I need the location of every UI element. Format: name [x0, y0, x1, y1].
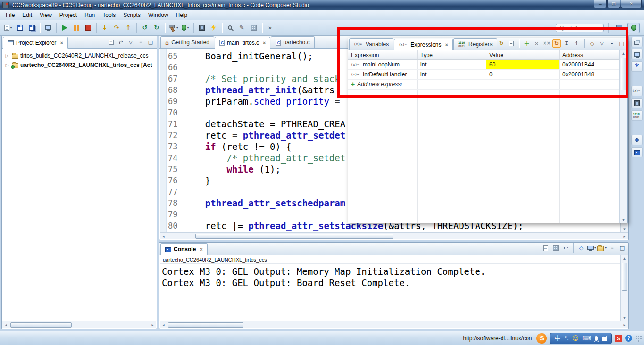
suspend-button[interactable] — [71, 22, 82, 33]
watch-button[interactable]: ◇ — [588, 39, 596, 48]
display-console-button[interactable]: ▾ — [587, 244, 596, 252]
search-button[interactable] — [225, 22, 236, 33]
tab-main-tirtos-c[interactable]: main_tirtos.c× — [215, 37, 270, 49]
scroll-thumb[interactable] — [621, 58, 626, 90]
expander-icon[interactable]: ▷ — [4, 63, 10, 67]
save-button[interactable] — [14, 22, 25, 33]
console-hscrollbar[interactable]: ◂ ▸ — [160, 321, 628, 328]
registers-view-button[interactable] — [631, 110, 643, 121]
menu-edit[interactable]: Edit — [18, 11, 36, 19]
scroll-up-icon[interactable]: ▲ — [620, 50, 627, 57]
memory-grid-button[interactable] — [248, 22, 259, 33]
add-expression-button[interactable]: + — [523, 39, 531, 48]
scroll-down-icon[interactable]: ▼ — [621, 226, 628, 232]
maximize-window-button[interactable]: □ — [607, 0, 620, 8]
minimize-button[interactable]: – — [136, 38, 145, 46]
open-console-button[interactable]: ▾ — [597, 244, 607, 252]
scroll-thumb[interactable] — [10, 322, 72, 328]
dropdown-icon[interactable]: ▾ — [176, 26, 178, 30]
scroll-thumb[interactable] — [622, 263, 627, 291]
continuous-refresh-button[interactable]: ↻ — [552, 39, 561, 48]
new-target-config-button[interactable] — [196, 22, 208, 33]
debug-button[interactable]: ▾ — [180, 22, 191, 33]
breakpoints-view-button[interactable] — [631, 135, 643, 145]
column-header-address[interactable]: Address — [560, 50, 620, 59]
maximize-button[interactable]: □ — [146, 38, 155, 46]
view-tab-variables[interactable]: Variables — [349, 38, 393, 50]
scripting-console-view-button[interactable] — [631, 147, 643, 157]
column-header-value[interactable]: Value — [486, 50, 560, 59]
flash-button[interactable] — [208, 22, 219, 33]
minimize-button[interactable]: – — [608, 244, 617, 252]
ime-punct-icon[interactable]: °, — [564, 336, 568, 341]
clear-console-button[interactable] — [542, 244, 550, 252]
scroll-left-icon[interactable]: ◂ — [2, 323, 9, 327]
menu-scripts[interactable]: Scripts — [119, 11, 144, 19]
save-all-button[interactable] — [26, 22, 37, 33]
menu-project[interactable]: Project — [56, 11, 81, 19]
show-view-button[interactable] — [631, 49, 643, 59]
scroll-thumb[interactable] — [168, 322, 243, 328]
step-over-button[interactable]: ↷ — [111, 22, 122, 33]
terminate-button[interactable] — [83, 22, 94, 33]
build-button[interactable]: ▾ — [167, 22, 179, 33]
emoji-icon[interactable]: ☺ — [572, 335, 579, 341]
menu-run[interactable]: Run — [81, 11, 99, 19]
pin-console-button[interactable]: ◇ — [577, 244, 585, 252]
column-header-type[interactable]: Type — [418, 50, 486, 59]
sogou-logo-icon[interactable]: S — [536, 333, 547, 344]
scroll-right-icon[interactable]: ▸ — [149, 323, 156, 327]
expander-icon[interactable]: ▷ — [4, 53, 10, 58]
export-button[interactable]: ↥ — [572, 39, 581, 48]
dropdown-icon[interactable]: ▾ — [594, 246, 596, 250]
quick-access-button[interactable]: Quick Access — [556, 24, 604, 32]
expression-row[interactable]: mainLoopNumint600x20001B44 — [348, 60, 619, 70]
scroll-right-icon[interactable]: ▸ — [621, 323, 628, 327]
word-wrap-button[interactable]: ↩ — [561, 244, 570, 252]
edit-source-button[interactable]: ✎ — [236, 22, 248, 33]
project-tree-item[interactable]: ▷tirtos_builds_CC2640R2_LAUNCHXL_release… — [2, 51, 156, 60]
add-new-expression-row[interactable]: +Add new expressi — [348, 80, 619, 90]
console-output[interactable]: Cortex_M3_0: GEL Output: Memory Map Init… — [160, 264, 620, 321]
editor-hscrollbar[interactable]: ◂ ▸ — [160, 232, 628, 239]
view-tab-expressions[interactable]: Expressions× — [394, 39, 453, 50]
mic-icon[interactable] — [595, 336, 598, 341]
view-menu-button[interactable]: ▽ — [598, 39, 606, 48]
sogou-badge-icon[interactable]: S — [615, 335, 622, 342]
tab-getting-started[interactable]: ⌂Getting Started — [160, 36, 214, 48]
maximize-button[interactable]: □ — [618, 244, 627, 252]
menu-window[interactable]: Window — [144, 11, 172, 19]
toolbox-icon[interactable] — [602, 336, 607, 341]
restart-button[interactable]: ↺ — [139, 22, 151, 33]
collapse-all-button[interactable] — [507, 39, 516, 48]
remove-expression-button[interactable]: × — [533, 39, 541, 48]
expressions-vscrollbar[interactable]: ▲ ▼ — [619, 50, 627, 223]
resize-grip[interactable] — [635, 335, 642, 342]
step-return-button[interactable]: ↑ — [123, 22, 134, 33]
menu-tools[interactable]: Tools — [99, 11, 119, 19]
memory-view-button[interactable] — [631, 98, 643, 108]
new-button[interactable]: ▾ — [2, 22, 14, 33]
menu-file[interactable]: File — [2, 11, 18, 19]
tab-uartecho-c[interactable]: uartecho.c — [271, 36, 314, 48]
tab-console[interactable]: Console × — [160, 243, 208, 255]
close-tab-icon[interactable]: × — [200, 246, 202, 252]
scroll-down-icon[interactable]: ▼ — [621, 315, 628, 321]
dropdown-icon[interactable]: ▾ — [187, 26, 189, 30]
getting-started-view-button[interactable]: * — [631, 61, 643, 72]
dropdown-icon[interactable]: ▾ — [605, 246, 607, 250]
close-tab-icon[interactable]: × — [445, 42, 448, 48]
link-with-editor-button[interactable]: ⇄ — [117, 38, 125, 46]
scroll-down-icon[interactable]: ▼ — [620, 217, 627, 223]
scroll-right-icon[interactable]: ▸ — [621, 234, 628, 238]
expression-row[interactable]: IntDefaultHandlerint00x20001B48 — [348, 70, 619, 80]
close-tab-icon[interactable]: × — [60, 40, 63, 46]
scroll-up-icon[interactable]: ▲ — [621, 255, 628, 262]
remove-all-button[interactable]: ×× — [543, 39, 551, 48]
help-icon[interactable]: ? — [625, 335, 632, 342]
refresh-button[interactable]: ↻ — [497, 39, 506, 48]
menu-help[interactable]: Help — [172, 11, 192, 19]
scroll-thumb[interactable] — [195, 234, 393, 239]
dropdown-icon[interactable]: ▾ — [10, 26, 12, 30]
open-perspective-button[interactable] — [613, 23, 625, 33]
